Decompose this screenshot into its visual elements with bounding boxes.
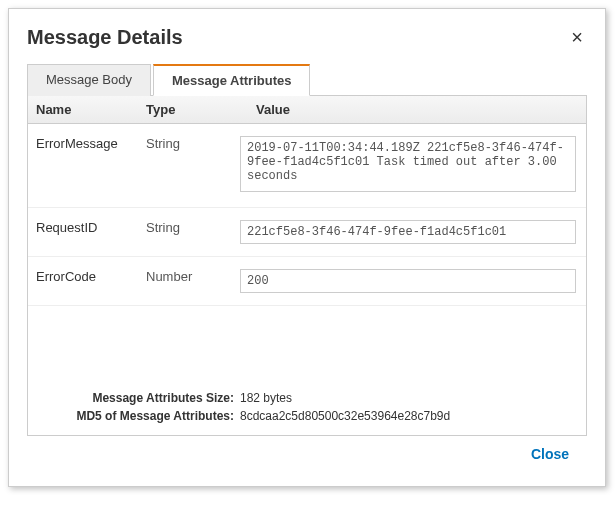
table-header: Name Type Value: [28, 96, 586, 124]
attr-value-input[interactable]: [240, 136, 576, 192]
close-icon[interactable]: ×: [567, 23, 587, 51]
dialog-body: Message Body Message Attributes Name Typ…: [9, 57, 605, 486]
dialog-title: Message Details: [27, 26, 183, 49]
attr-name: ErrorCode: [28, 263, 138, 290]
table-row: ErrorMessage String: [28, 124, 586, 208]
attr-type: String: [138, 214, 228, 241]
info-block: Message Attributes Size: 182 bytes MD5 o…: [28, 383, 586, 435]
table-row: RequestID String: [28, 208, 586, 257]
tab-message-body[interactable]: Message Body: [27, 64, 151, 96]
attr-value-input[interactable]: [240, 269, 576, 293]
attr-name: ErrorMessage: [28, 130, 138, 157]
header-type: Type: [138, 96, 228, 123]
tab-message-attributes[interactable]: Message Attributes: [153, 64, 310, 96]
tab-bar: Message Body Message Attributes: [27, 63, 587, 96]
attr-type: Number: [138, 263, 228, 290]
info-md5: MD5 of Message Attributes: 8cdcaa2c5d805…: [40, 407, 574, 425]
info-size: Message Attributes Size: 182 bytes: [40, 389, 574, 407]
info-size-value: 182 bytes: [240, 391, 292, 405]
dialog-footer: Close: [27, 436, 587, 476]
attributes-panel: Name Type Value ErrorMessage String Requ…: [27, 96, 587, 436]
attr-value-cell: [228, 263, 586, 299]
info-md5-label: MD5 of Message Attributes:: [40, 409, 240, 423]
dialog-header: Message Details ×: [9, 9, 605, 57]
message-details-dialog: Message Details × Message Body Message A…: [8, 8, 606, 487]
info-size-label: Message Attributes Size:: [40, 391, 240, 405]
attr-type: String: [138, 130, 228, 157]
attr-value-cell: [228, 130, 586, 201]
panel-spacer: [28, 306, 586, 383]
attr-name: RequestID: [28, 214, 138, 241]
table-row: ErrorCode Number: [28, 257, 586, 306]
info-md5-value: 8cdcaa2c5d80500c32e53964e28c7b9d: [240, 409, 450, 423]
attr-value-cell: [228, 214, 586, 250]
header-name: Name: [28, 96, 138, 123]
close-button[interactable]: Close: [531, 446, 569, 462]
header-value: Value: [228, 96, 586, 123]
attr-value-input[interactable]: [240, 220, 576, 244]
